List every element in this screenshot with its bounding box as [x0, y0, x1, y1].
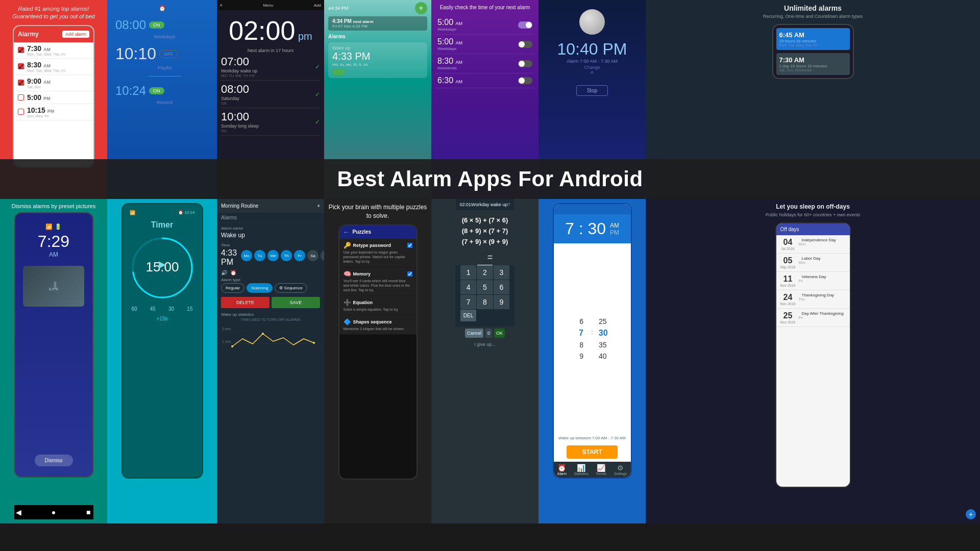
holiday-name-1: Independence Day	[802, 238, 836, 242]
day-tu[interactable]: Tu	[254, 250, 265, 261]
day-mo[interactable]: Mo	[241, 250, 252, 261]
start-button[interactable]: START	[567, 445, 617, 459]
holiday-item-4: 24 Nov 2016 Thanksgiving Day Thu	[776, 290, 850, 309]
tab-settings[interactable]: ⚙ Settings	[614, 464, 627, 475]
holiday-weekday-4: Thu	[799, 297, 835, 301]
add-alarm-btn[interactable]: +	[415, 2, 427, 14]
tp-pm-btn[interactable]: PM	[610, 229, 619, 236]
purple-time-1: 5:00 AM	[437, 18, 462, 27]
alarm-card-label: Wake up	[332, 45, 423, 51]
alarm-check-3: ✓	[18, 80, 24, 86]
math-alarm-name: Workday wake up	[471, 202, 507, 207]
day-we[interactable]: We	[267, 250, 279, 261]
toggle-4[interactable]	[518, 77, 532, 84]
math-key-del[interactable]: DEL	[460, 310, 476, 321]
math-key-4[interactable]: 4	[460, 280, 476, 294]
tab-trends[interactable]: 📈 Trends	[596, 464, 607, 475]
math-key-3[interactable]: 3	[494, 265, 509, 280]
tp-num-25: 25	[593, 317, 613, 325]
dark-add-icon[interactable]: Add	[314, 3, 321, 8]
bottom-section: Dismiss alarms by preset pictures 📶 🔋 7:…	[0, 199, 980, 523]
snooze-icon[interactable]: ⏰	[230, 270, 236, 276]
puzzles-phone: ← Puzzles 🔑 Retype password Use your key…	[338, 224, 418, 480]
alarm-toggle[interactable]	[332, 69, 345, 75]
math-time: 02:01	[460, 202, 472, 207]
day-th[interactable]: Th	[281, 250, 292, 261]
unlimited-days-1: Mon, Tue, Wed, Thu, Fri	[779, 43, 847, 47]
dark-big-time: 02:00 pm	[229, 15, 312, 46]
math-key-8[interactable]: 8	[477, 295, 493, 309]
play-icon[interactable]: ▶	[159, 259, 166, 270]
puzzle-icon-3: ➕	[344, 299, 351, 306]
stop-button[interactable]: Stop	[576, 85, 608, 96]
math-zero-btn[interactable]: 0	[485, 329, 492, 338]
alarm-time-1: 7:30 AM	[27, 44, 65, 53]
recent-icon-1: ■	[84, 507, 93, 517]
tp-num-30: 30	[593, 329, 614, 338]
puzzles-title: Puzzles	[353, 229, 372, 235]
give-up-link[interactable]: I give up...	[472, 340, 498, 349]
alarm-days-1: Mon, Tue, Wed, Thu, Fri	[27, 53, 65, 56]
toggle-1[interactable]	[518, 21, 532, 29]
tp-am-btn[interactable]: AM	[610, 222, 619, 229]
holiday-item-3: 11 Nov 2016 Veterans Day Fri	[776, 272, 850, 290]
puzzle-item-2: 🧠 Memory You'll see 9 cards which will r…	[339, 267, 416, 296]
tp-num-35: 35	[593, 341, 613, 349]
math-equation-area: (6 × 5) + (7 × 6) (8 + 9) × (7 + 7) (7 +…	[457, 210, 513, 252]
dismiss-button[interactable]: Dismiss	[35, 455, 73, 466]
math-ok-btn[interactable]: OK	[494, 329, 505, 338]
unlimited-phone: 6:45 AM 15 hours 33 minutes Mon, Tue, We…	[772, 24, 854, 79]
clock-time-1: 08:00	[115, 18, 146, 32]
alarm-days-5: Sun, Wed, Fri	[27, 114, 54, 118]
type-sequence[interactable]: ⚙ Sequence	[275, 283, 307, 293]
holiday-date-num-4: 24	[780, 293, 796, 302]
tp-num-8: 8	[571, 341, 592, 349]
dark-alarm-3: 10:00 Sunday long sleep SU ✓	[221, 108, 320, 136]
holiday-name-4: Thanksgiving Day	[802, 293, 835, 297]
math-key-2[interactable]: 2	[477, 265, 493, 280]
purple-label-1: Weekdays	[437, 27, 462, 32]
holiday-weekday-3: Fri	[799, 279, 826, 283]
type-regular[interactable]: Regular	[221, 283, 244, 293]
math-key-7[interactable]: 7	[460, 295, 476, 309]
type-scanning[interactable]: Scanning	[247, 283, 273, 293]
chevron-up-icon: ^	[591, 70, 594, 78]
time-field-value[interactable]: 4:33 PM	[221, 248, 237, 267]
tab-settings-label: Settings	[614, 472, 627, 475]
math-key-9[interactable]: 9	[494, 295, 509, 309]
timer-top-row: 📶 ⏰ 10:24	[127, 210, 198, 215]
night-time: 10:40 PM	[557, 40, 627, 59]
day-sa[interactable]: Sa	[307, 250, 318, 261]
day-su[interactable]: Su	[321, 250, 324, 261]
panel-timer: 📶 ⏰ 10:24 Timer 15:00 ▶ 60	[107, 199, 217, 523]
day-fr[interactable]: Fr	[294, 250, 305, 261]
dark-alarm-time-3: 10:00	[221, 110, 259, 123]
math-key-1[interactable]: 1	[460, 265, 476, 280]
math-cancel-btn[interactable]: Cancel	[465, 329, 483, 338]
back-arrow-icon[interactable]: ←	[344, 229, 350, 236]
volume-icon[interactable]: 🔊	[221, 270, 227, 276]
toggle-2[interactable]	[518, 41, 532, 48]
next-alarm-time: 4:34 PM next alarm	[332, 18, 423, 24]
math-key-5[interactable]: 5	[477, 280, 493, 294]
delete-button[interactable]: DELETE	[221, 297, 270, 308]
tab-alarm[interactable]: ⏰ Alarm	[557, 464, 567, 475]
puzzle-item-3: ➕ Equation Solve a simple equation. Tap …	[339, 296, 416, 315]
time-picker-phone: 7 : 30 AM PM 6 25 7 :	[553, 203, 632, 479]
alarmy-add-btn[interactable]: Add alarm	[62, 31, 89, 38]
math-eq-2: (8 + 9) × (7 + 7)	[462, 226, 508, 237]
timer-label: Timer	[151, 220, 173, 230]
puzzle-check-2[interactable]	[407, 271, 412, 277]
name-field-value[interactable]: Wake up	[221, 232, 320, 239]
change-link[interactable]: Change	[584, 65, 600, 70]
save-button[interactable]: SAVE	[272, 297, 320, 308]
bottom-tabs: ⏰ Alarm 📊 Statistics 📈 Trends ⚙	[554, 462, 631, 478]
alarm-time-3: 9:00 AM	[27, 77, 51, 85]
puzzle-check-1[interactable]	[407, 243, 412, 248]
math-key-6[interactable]: 6	[494, 280, 509, 294]
add-alarm-icon[interactable]: +	[317, 203, 320, 209]
trends-tab-icon: 📈	[597, 464, 605, 472]
tab-statistics[interactable]: 📊 Statistics	[574, 464, 588, 475]
toggle-3[interactable]	[518, 60, 532, 67]
puzzle-desc-1: Use your keyboard to retype given passwo…	[344, 250, 412, 264]
